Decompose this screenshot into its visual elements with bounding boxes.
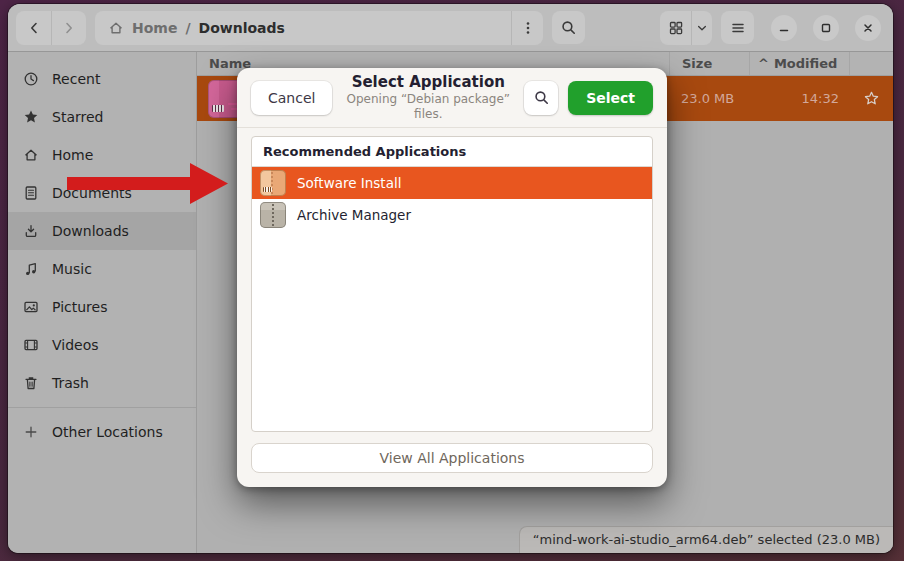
window-controls xyxy=(771,15,881,41)
app-name: Archive Manager xyxy=(297,207,411,223)
sidebar-item-label: Downloads xyxy=(52,223,129,239)
view-options-dropdown[interactable] xyxy=(691,11,712,45)
app-name: Software Install xyxy=(297,175,401,191)
forward-button[interactable] xyxy=(51,11,86,45)
dialog-search-button[interactable] xyxy=(524,81,558,115)
sidebar-item-downloads[interactable]: Downloads xyxy=(8,212,196,250)
search-icon xyxy=(560,19,577,36)
sort-ascending-icon: ^ xyxy=(758,56,769,71)
download-icon xyxy=(23,223,39,239)
column-header-modified[interactable]: ^ Modified xyxy=(749,52,849,75)
clock-icon xyxy=(23,71,39,87)
star-outline-icon xyxy=(863,90,880,107)
main-menu-button[interactable] xyxy=(721,11,754,44)
document-icon xyxy=(23,185,39,201)
breadcrumb-current[interactable]: Downloads xyxy=(199,20,285,36)
sidebar-item-label: Recent xyxy=(52,71,100,87)
file-modified: 14:32 xyxy=(749,76,849,121)
search-icon xyxy=(533,89,550,106)
dialog-subtitle: Opening “Debian package” files. xyxy=(342,92,514,122)
path-menu-button[interactable] xyxy=(511,11,543,45)
music-note-icon xyxy=(23,261,39,277)
file-size: 23.0 MB xyxy=(669,76,749,121)
chevron-down-icon xyxy=(696,22,708,34)
back-button[interactable] xyxy=(16,11,51,45)
app-row-software-install[interactable]: Software Install xyxy=(252,167,652,199)
sidebar-item-label: Other Locations xyxy=(52,424,163,440)
status-bar: “mind-work-ai-studio_arm64.deb” selected… xyxy=(519,526,893,553)
sidebar-item-other-locations[interactable]: Other Locations xyxy=(8,413,196,451)
close-icon xyxy=(862,22,874,34)
desktop-background: Home / Downloads xyxy=(0,0,904,561)
dialog-header: Cancel Select Application Opening “Debia… xyxy=(237,68,667,128)
sidebar-item-label: Home xyxy=(52,147,93,163)
star-icon xyxy=(23,109,39,125)
close-button[interactable] xyxy=(855,15,881,41)
grid-view-button[interactable] xyxy=(660,11,691,45)
sidebar-item-label: Documents xyxy=(52,185,132,201)
sidebar: Recent Starred Home xyxy=(8,52,197,553)
app-row-archive-manager[interactable]: Archive Manager xyxy=(252,199,652,231)
chevron-left-icon xyxy=(26,20,42,36)
sidebar-item-label: Videos xyxy=(52,337,99,353)
sidebar-item-documents[interactable]: Documents xyxy=(8,174,196,212)
headerbar: Home / Downloads xyxy=(8,4,893,52)
select-application-dialog: Cancel Select Application Opening “Debia… xyxy=(237,68,667,487)
trash-icon xyxy=(23,375,39,391)
maximize-icon xyxy=(820,22,832,34)
hamburger-menu-icon xyxy=(730,20,746,36)
column-header-star xyxy=(849,52,893,75)
sidebar-item-label: Starred xyxy=(52,109,103,125)
breadcrumb-home[interactable]: Home xyxy=(132,20,177,36)
sidebar-divider xyxy=(8,407,196,408)
sidebar-item-recent[interactable]: Recent xyxy=(8,60,196,98)
minimize-icon xyxy=(778,22,790,34)
view-toggle-group xyxy=(660,11,712,45)
picture-icon xyxy=(23,299,39,315)
breadcrumb[interactable]: Home / Downloads xyxy=(95,11,543,45)
sidebar-item-label: Music xyxy=(52,261,92,277)
sidebar-item-starred[interactable]: Starred xyxy=(8,98,196,136)
home-icon xyxy=(108,20,124,36)
chevron-right-icon xyxy=(61,20,77,36)
application-list: Recommended Applications Software Instal… xyxy=(251,136,653,432)
sidebar-item-home[interactable]: Home xyxy=(8,136,196,174)
grid-view-icon xyxy=(668,20,684,36)
cancel-button[interactable]: Cancel xyxy=(251,81,332,115)
archive-manager-icon xyxy=(260,202,286,228)
view-all-applications-button[interactable]: View All Applications xyxy=(251,443,653,473)
maximize-button[interactable] xyxy=(813,15,839,41)
sidebar-item-pictures[interactable]: Pictures xyxy=(8,288,196,326)
sidebar-item-music[interactable]: Music xyxy=(8,250,196,288)
plus-icon xyxy=(23,424,39,440)
video-icon xyxy=(23,337,39,353)
column-header-size[interactable]: Size xyxy=(669,52,749,75)
dialog-title: Select Application xyxy=(342,73,514,92)
home-icon xyxy=(23,147,39,163)
breadcrumb-separator: / xyxy=(185,20,190,36)
sidebar-item-videos[interactable]: Videos xyxy=(8,326,196,364)
sidebar-item-trash[interactable]: Trash xyxy=(8,364,196,402)
search-button[interactable] xyxy=(552,11,585,44)
nav-button-group xyxy=(16,11,86,45)
kebab-menu-icon xyxy=(520,20,536,36)
sidebar-item-label: Trash xyxy=(52,375,89,391)
sidebar-item-label: Pictures xyxy=(52,299,107,315)
software-install-icon xyxy=(260,170,286,196)
minimize-button[interactable] xyxy=(771,15,797,41)
star-toggle[interactable] xyxy=(849,76,893,121)
section-header: Recommended Applications xyxy=(252,137,652,167)
select-button[interactable]: Select xyxy=(568,81,653,115)
